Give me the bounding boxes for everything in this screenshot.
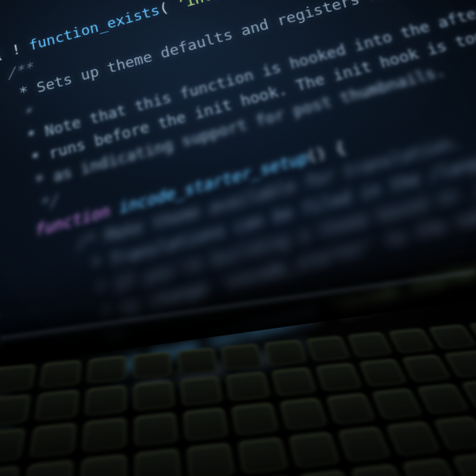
keyboard-key [83,417,126,451]
keyboard-key [134,381,175,411]
keyboard-key [40,360,81,388]
keyboard-key [135,448,181,476]
keyboard-key [351,464,408,476]
keyboard-key [187,443,236,476]
photo-code-laptop: 3 * @link https://devel…4 * 5 * @package… [0,0,476,476]
keyboard-key [180,376,223,406]
keyboard-key [23,460,73,476]
keyboard-key [347,332,393,357]
keyboard-key [338,427,391,463]
keyboard-key [183,408,228,441]
keyboard-key [279,397,328,430]
keyboard-key [434,416,476,450]
keyboard-key [402,355,451,382]
keyboard-key [429,324,476,349]
keyboard-key [298,470,354,476]
keyboard-key [226,371,270,401]
keyboard-key [29,423,76,458]
keyboard-key [34,390,79,420]
keyboard-key [386,421,441,456]
keyboard-key [271,367,317,396]
keyboard-key [79,454,126,476]
keyboard-key [417,384,470,415]
keyboard-key [316,363,363,391]
keyboard-key [264,340,307,366]
keyboard-key [221,344,262,370]
keyboard-key [86,355,125,383]
keyboard-key [134,413,178,447]
keyboard-key [0,428,25,464]
keyboard-key [372,388,423,419]
keyboard-key [452,452,476,476]
keyboard-key [0,466,19,476]
keyboard-key [359,359,407,386]
keyboard-key [133,351,172,378]
keyboard-key [444,351,476,378]
keyboard-key [402,458,461,476]
keyboard-key [306,336,350,361]
keyboard-key [238,437,288,474]
keyboard-key [0,364,35,393]
keyboard-key [178,347,218,374]
keyboard-key [326,393,376,424]
keyboard-key [0,394,30,426]
keyboard-key [85,385,126,416]
keyboard-key [389,328,435,353]
keyboard-key [288,432,340,468]
keyboard-key [232,402,278,435]
